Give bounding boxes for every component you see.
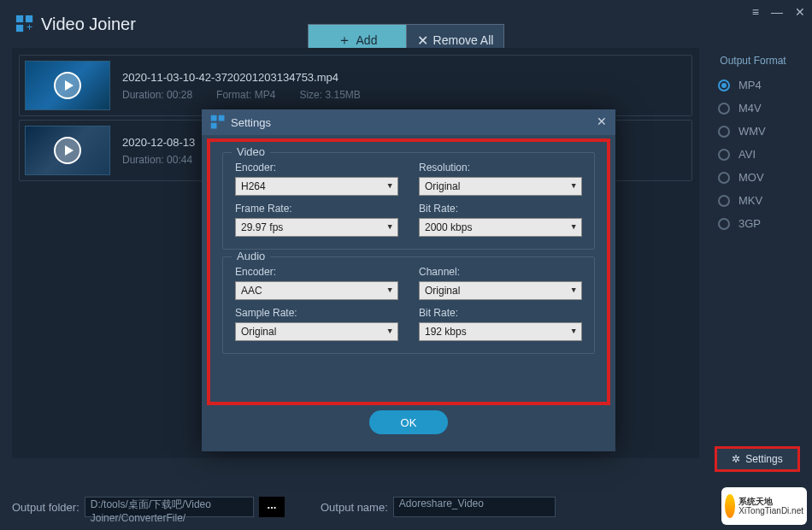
output-folder-input[interactable]: D:/tools/桌面/下载吧/Video Joiner/ConverterFi… [85, 497, 254, 517]
output-format-title: Output Format [706, 55, 800, 67]
format-m4v[interactable]: M4V [718, 102, 800, 115]
audio-bitrate-select[interactable]: 192 kbps [419, 322, 582, 341]
radio-icon [718, 126, 730, 138]
video-thumbnail[interactable] [25, 126, 110, 175]
svg-rect-4 [211, 115, 217, 121]
format-mov[interactable]: MOV [718, 171, 800, 184]
video-resolution-select[interactable]: Original [419, 177, 582, 196]
settings-button[interactable]: ✲Settings [715, 446, 800, 472]
output-folder-label: Output folder: [12, 501, 79, 514]
ok-button[interactable]: OK [369, 410, 448, 434]
gear-icon: ✲ [732, 453, 740, 465]
radio-icon [718, 195, 730, 207]
svg-rect-2 [16, 25, 23, 32]
format-3gp[interactable]: 3GP [718, 217, 800, 230]
video-thumbnail[interactable] [25, 61, 110, 110]
file-name: 2020-12-08-13 [122, 136, 195, 149]
svg-rect-5 [219, 115, 225, 121]
browse-button[interactable]: ··· [259, 497, 285, 517]
file-name: 2020-11-03-10-42-3720201203134753.mp4 [122, 71, 361, 84]
settings-dialog: Settings ✕ Video Encoder:H264 Resolution… [202, 109, 615, 451]
minimize-icon[interactable]: — [771, 5, 783, 19]
video-encoder-select[interactable]: H264 [235, 177, 398, 196]
play-icon [54, 137, 81, 164]
video-bitrate-select[interactable]: 2000 kbps [419, 218, 582, 237]
video-group: Video Encoder:H264 Resolution:Original F… [222, 152, 595, 250]
output-name-input[interactable]: Adoreshare_Video [393, 497, 556, 517]
format-mp4[interactable]: MP4 [718, 79, 800, 91]
radio-icon [718, 149, 730, 161]
radio-icon [718, 172, 730, 184]
video-framerate-select[interactable]: 29.97 fps [235, 218, 398, 237]
app-logo-icon [210, 115, 226, 130]
watermark-icon [725, 494, 735, 518]
app-logo-icon: + [15, 15, 34, 33]
close-icon[interactable]: ✕ [795, 5, 805, 19]
x-icon: ✕ [417, 32, 428, 49]
format-mkv[interactable]: MKV [718, 194, 800, 207]
audio-samplerate-select[interactable]: Original [235, 322, 398, 341]
watermark-badge: 系统天地XiTongTianDi.net [721, 487, 807, 525]
format-list: MP4 M4V WMV AVI MOV MKV 3GP [706, 79, 800, 230]
plus-icon: ＋ [338, 32, 351, 50]
svg-rect-0 [16, 15, 23, 22]
menu-icon[interactable]: ≡ [752, 5, 759, 19]
dialog-close-icon[interactable]: ✕ [597, 115, 607, 128]
radio-icon [718, 80, 730, 91]
audio-encoder-select[interactable]: AAC [235, 281, 398, 300]
format-avi[interactable]: AVI [718, 148, 800, 161]
radio-icon [718, 103, 730, 115]
output-name-label: Output name: [321, 501, 388, 514]
play-icon [54, 72, 81, 99]
svg-text:+: + [26, 21, 33, 33]
app-title: Video Joiner [41, 15, 136, 34]
radio-icon [718, 218, 730, 230]
dialog-titlebar[interactable]: Settings ✕ [202, 109, 615, 135]
audio-channel-select[interactable]: Original [419, 281, 582, 300]
audio-group: Audio Encoder:AAC Channel:Original Sampl… [222, 256, 595, 354]
svg-rect-6 [211, 123, 217, 129]
file-row[interactable]: 2020-11-03-10-42-3720201203134753.mp4 Du… [19, 55, 692, 116]
format-wmv[interactable]: WMV [718, 125, 800, 138]
